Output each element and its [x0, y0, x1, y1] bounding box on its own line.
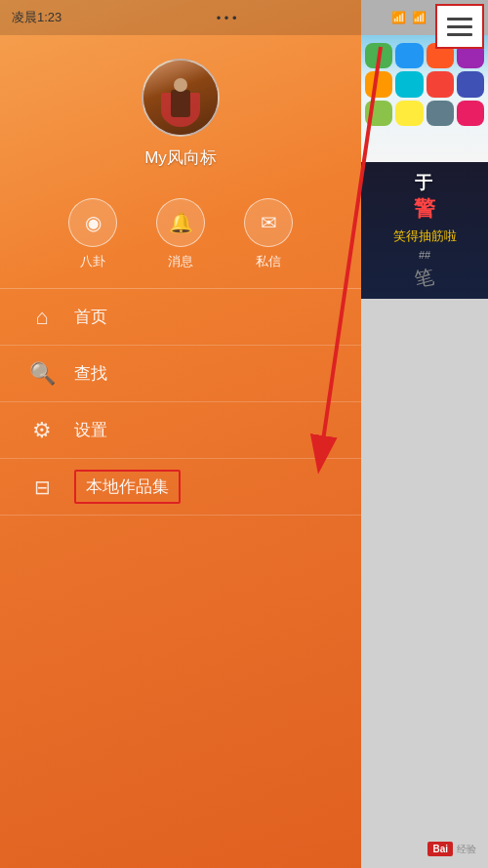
- app-icon: [365, 71, 392, 97]
- baidu-text: 经验: [457, 843, 476, 856]
- eye-icon: ◉: [85, 211, 102, 234]
- home-icon: ⌂: [29, 305, 55, 330]
- baidu-logo: Bai: [427, 842, 453, 856]
- app-icon: [365, 101, 392, 126]
- local-works-label: 本地作品集: [74, 470, 181, 504]
- menu-item-settings[interactable]: ⚙ 设置: [0, 402, 361, 459]
- home-label: 首页: [74, 306, 107, 328]
- message-icon-circle: 🔔: [156, 198, 205, 247]
- quick-action-dm[interactable]: ✉ 私信: [244, 198, 293, 270]
- signal-icon: 📶: [412, 11, 427, 24]
- settings-label: 设置: [74, 419, 107, 441]
- right-image-bottom: 于 警 笑得抽筋啦 ## 笔: [361, 162, 488, 299]
- bottom-text4: ##: [419, 249, 430, 261]
- dm-label: 私信: [256, 253, 281, 270]
- status-time: 凌晨1:23: [12, 9, 61, 26]
- hamburger-line-1: [447, 18, 472, 21]
- hamburger-line-3: [447, 33, 472, 36]
- settings-icon: ⚙: [29, 418, 55, 443]
- hamburger-menu-button[interactable]: [435, 4, 484, 49]
- app-icon: [457, 101, 484, 126]
- right-panel: 于 警 笑得抽筋啦 ## 笔: [361, 0, 488, 868]
- menu-item-search[interactable]: 🔍 查找: [0, 346, 361, 402]
- baidu-watermark: Bai 经验: [427, 842, 476, 856]
- search-icon: 🔍: [29, 361, 55, 387]
- menu-item-local-works[interactable]: ⊟ 本地作品集: [0, 459, 361, 516]
- app-icon: [427, 101, 454, 126]
- gossip-icon-circle: ◉: [68, 198, 117, 247]
- bell-icon: 🔔: [169, 211, 193, 234]
- bottom-text3: 笑得抽筋啦: [393, 227, 457, 245]
- quick-actions-bar: ◉ 八卦 🔔 消息 ✉ 私信: [0, 188, 361, 288]
- right-image-top: [361, 35, 488, 162]
- app-icon: [395, 43, 423, 68]
- quick-action-gossip[interactable]: ◉ 八卦: [68, 198, 117, 270]
- menu-item-home[interactable]: ⌂ 首页: [0, 289, 361, 346]
- app-icon: [457, 71, 484, 97]
- app-icon: [427, 71, 454, 97]
- avatar-section: My风向标: [0, 35, 361, 188]
- hamburger-line-2: [447, 25, 472, 28]
- status-dots: • • •: [217, 11, 237, 25]
- bottom-text1: 于: [415, 171, 434, 194]
- username-label: My风向标: [144, 146, 217, 169]
- gossip-label: 八卦: [80, 253, 105, 270]
- mail-icon: ✉: [261, 211, 277, 234]
- avatar[interactable]: [142, 59, 220, 137]
- app-icon: [395, 101, 423, 126]
- folder-icon: ⊟: [29, 475, 55, 499]
- wifi-icon: 📶: [391, 11, 406, 24]
- message-label: 消息: [168, 253, 193, 270]
- sidebar: My风向标 ◉ 八卦 🔔 消息 ✉ 私信 ⌂ 首页 🔍 查找: [0, 35, 361, 868]
- dm-icon-circle: ✉: [244, 198, 293, 247]
- quick-action-message[interactable]: 🔔 消息: [156, 198, 205, 270]
- search-label: 查找: [74, 362, 107, 385]
- app-icon: [365, 43, 392, 68]
- bottom-text2: 警: [414, 194, 435, 224]
- app-icon: [395, 71, 423, 97]
- bottom-text5: 笔: [413, 263, 436, 292]
- status-bar: 凌晨1:23 • • • 📶 📶 🔋 92%: [0, 0, 488, 35]
